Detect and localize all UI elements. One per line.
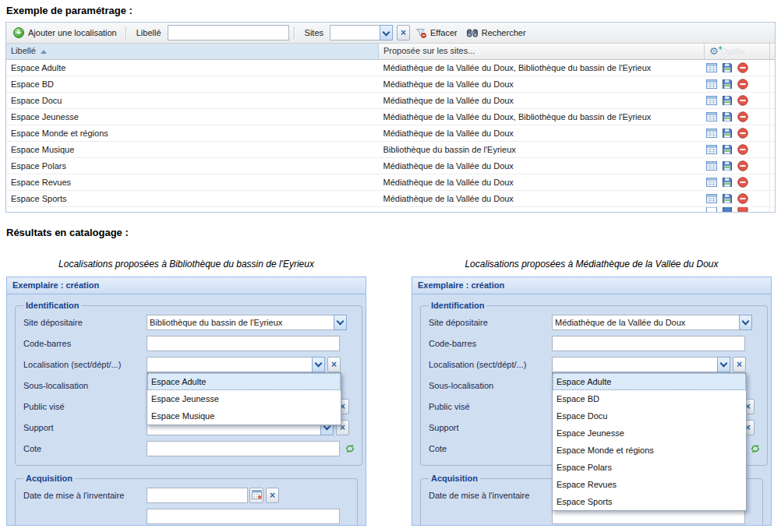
table-icon[interactable] [706, 111, 717, 122]
clear-sites-button[interactable]: × [397, 25, 410, 41]
delete-icon[interactable] [737, 193, 748, 204]
clear-localisation-button[interactable]: × [327, 357, 341, 372]
panel-header: Exemplaire : création [412, 277, 771, 294]
cell-sites: Médiathèque de la Vallée du Doux [379, 93, 705, 108]
code-barres-input[interactable] [552, 336, 745, 351]
field-site-depositaire: Site dépositaire Bibliothèque du bassin … [23, 312, 355, 333]
column-header-libelle[interactable]: Libellé [6, 44, 379, 59]
localisation-combo[interactable] [552, 357, 730, 372]
dropdown-item[interactable]: Espace Monde et régions [553, 442, 746, 459]
libelle-filter-input[interactable] [168, 25, 289, 41]
sites-filter-combo[interactable] [330, 25, 393, 41]
dropdown-item[interactable]: Espace Revues [553, 476, 746, 493]
dropdown-item[interactable]: Espace Sports [553, 493, 746, 510]
scrollbar-track[interactable] [770, 44, 775, 59]
date-inventaire-label: Date de mise à l'inventaire [23, 491, 147, 500]
section-title-catalogage: Résultats en catalogage : [6, 227, 781, 238]
table-icon[interactable] [706, 79, 717, 90]
save-icon[interactable] [722, 144, 733, 155]
add-localisation-button[interactable]: + Ajouter une localisation [9, 26, 121, 39]
dropdown-item[interactable]: Espace Adulte [553, 373, 746, 390]
table-row[interactable]: Espace Polars Médiathèque de la Vallée d… [6, 158, 775, 174]
rechercher-button[interactable]: Rechercher [463, 26, 530, 39]
column-header-tools[interactable]: ⚙+ Outils [705, 44, 770, 59]
clipped-input[interactable] [147, 509, 340, 524]
delete-icon[interactable] [737, 128, 748, 139]
table-row[interactable]: Espace Docu Médiathèque de la Vallée du … [6, 93, 775, 109]
chevron-down-icon[interactable] [380, 25, 393, 41]
refresh-icon[interactable] [750, 443, 761, 454]
table-icon[interactable] [706, 95, 717, 106]
table-row[interactable]: Espace Revues Médiathèque de la Vallée d… [6, 174, 775, 191]
delete-icon[interactable] [737, 62, 748, 73]
chevron-down-icon[interactable] [717, 357, 730, 372]
effacer-button[interactable]: Effacer [412, 26, 461, 39]
chevron-down-icon[interactable] [312, 357, 325, 372]
add-localisation-label: Ajouter une localisation [28, 28, 117, 37]
table-row[interactable]: Espace Adulte Médiathèque de la Vallée d… [6, 60, 775, 76]
save-icon[interactable] [722, 177, 733, 188]
chevron-down-icon[interactable] [739, 315, 752, 330]
table-row[interactable]: Espace Musique Bibliothèque du bassin de… [6, 142, 775, 158]
dropdown-item[interactable]: Espace Jeunesse [147, 390, 341, 407]
dropdown-item[interactable]: Espace Docu [553, 407, 746, 425]
delete-icon[interactable] [737, 160, 748, 171]
column-header-sites[interactable]: Proposée sur les sites... [379, 44, 705, 59]
dropdown-item[interactable]: Espace Polars [553, 459, 746, 476]
table-icon[interactable] [706, 62, 717, 73]
table-row[interactable]: Espace BD Médiathèque de la Vallée du Do… [6, 76, 775, 93]
table-row[interactable]: Espace Monde et régions Médiathèque de l… [6, 125, 775, 142]
table-icon[interactable] [706, 177, 717, 188]
table-icon[interactable] [706, 128, 717, 139]
dropdown-item[interactable]: Espace Musique [147, 407, 341, 425]
save-icon[interactable] [722, 193, 733, 204]
x-icon: × [270, 491, 275, 500]
dropdown-item[interactable]: Espace Jeunesse [553, 425, 746, 442]
date-inventaire-input[interactable] [147, 488, 248, 503]
cote-input[interactable] [147, 441, 340, 456]
panel-caption: Localisations proposées à Bibliothèque d… [6, 259, 366, 270]
code-barres-input[interactable] [147, 336, 340, 351]
binoculars-icon [467, 27, 478, 38]
localisation-dropdown: Espace Adulte Espace Jeunesse Espace Mus… [147, 372, 341, 425]
clear-localisation-button[interactable]: × [733, 357, 746, 372]
exemplaire-panel: Exemplaire : création Identification Sit… [412, 277, 772, 526]
calendar-button[interactable] [249, 488, 263, 503]
identification-fieldset: Identification Site dépositaire Biblioth… [15, 301, 362, 466]
localisation-label: Localisation (sect/dépt/...) [429, 360, 552, 369]
dropdown-item[interactable]: Espace BD [553, 390, 746, 407]
panel-header: Exemplaire : création [7, 277, 366, 294]
table-icon[interactable] [706, 160, 717, 171]
delete-icon[interactable] [737, 111, 748, 122]
cell-sites: Médiathèque de la Vallée du Doux [379, 125, 705, 141]
save-icon[interactable] [722, 62, 733, 73]
row-scroll-gutter [769, 60, 775, 76]
site-depositaire-combo[interactable]: Médiathèque de la Vallée du Doux [552, 315, 752, 330]
cell-libelle: Espace Polars [6, 158, 379, 174]
identification-legend: Identification [429, 301, 486, 310]
table-icon[interactable] [706, 193, 717, 204]
cell-actions [704, 207, 769, 212]
refresh-icon[interactable] [345, 443, 355, 454]
delete-icon[interactable] [737, 177, 748, 188]
field-cote: Cote [23, 438, 355, 459]
save-icon[interactable] [722, 95, 733, 106]
save-icon[interactable] [722, 79, 733, 90]
localisation-combo[interactable] [147, 357, 325, 372]
public-vise-label: Public visé [23, 402, 147, 411]
chevron-down-icon[interactable] [334, 315, 347, 330]
delete-icon[interactable] [737, 79, 748, 90]
site-depositaire-combo[interactable]: Bibliothèque du bassin de l'Eyrieux [147, 315, 347, 330]
table-row[interactable]: Espace Jeunesse Médiathèque de la Vallée… [6, 109, 775, 125]
clear-date-button[interactable]: × [266, 488, 279, 503]
save-icon[interactable] [722, 128, 733, 139]
panel-body: Identification Site dépositaire Biblioth… [7, 294, 366, 526]
cell-actions [704, 60, 769, 76]
delete-icon[interactable] [737, 95, 748, 106]
table-icon[interactable] [706, 144, 717, 155]
save-icon[interactable] [722, 111, 733, 122]
dropdown-item[interactable]: Espace Adulte [147, 373, 341, 390]
table-row[interactable]: Espace Sports Médiathèque de la Vallée d… [6, 191, 775, 207]
save-icon[interactable] [722, 160, 733, 171]
delete-icon[interactable] [737, 144, 748, 155]
